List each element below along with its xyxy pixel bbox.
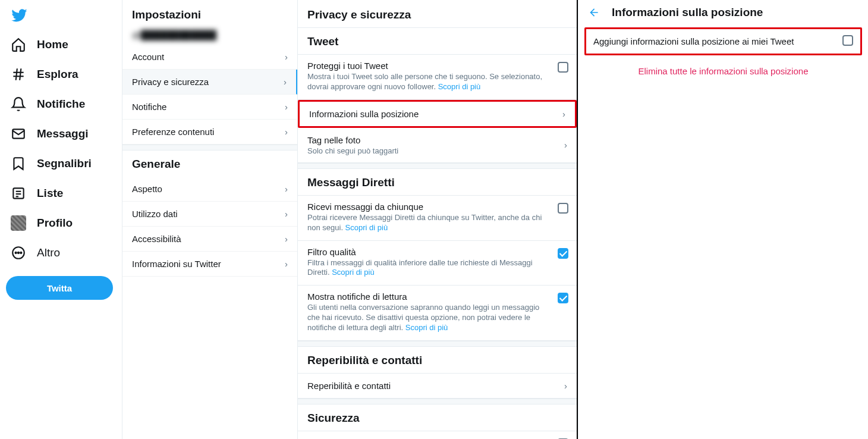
learn-more-link[interactable]: Scopri di più (438, 82, 481, 91)
tweet-button[interactable]: Twitta (6, 276, 113, 300)
chevron-right-icon: › (562, 109, 565, 119)
nav-more[interactable]: Altro (6, 238, 116, 268)
sensitive-content-item[interactable]: Mostra contenuti che potrebbero includer… (298, 431, 577, 439)
location-panel: Informazioni sulla posizione Aggiungi in… (578, 0, 868, 439)
home-icon (11, 37, 26, 52)
nav-explore[interactable]: Esplora (6, 59, 116, 89)
bookmark-icon (11, 156, 26, 171)
more-icon (11, 245, 26, 261)
settings-about[interactable]: Informazioni su Twitter› (122, 252, 297, 277)
back-button[interactable] (588, 7, 600, 18)
hash-icon (11, 67, 26, 82)
learn-more-link[interactable]: Scopri di più (405, 323, 448, 332)
settings-content-prefs[interactable]: Preferenze contenuti› (122, 120, 297, 145)
quality-filter-item[interactable]: Filtro qualità Filtra i messaggi di qual… (298, 241, 577, 286)
safety-section-title: Sicurezza (298, 404, 577, 431)
chevron-right-icon: › (564, 381, 567, 391)
settings-column: Impostazioni @████████████ Account› Priv… (122, 0, 297, 439)
discover-row-label: Reperibilità e contatti (307, 381, 391, 391)
nav-more-label: Altro (37, 246, 60, 259)
svg-point-11 (18, 252, 19, 253)
dm-section-title: Messaggi Diretti (298, 169, 577, 196)
svg-line-2 (16, 68, 17, 80)
chevron-right-icon: › (285, 184, 288, 194)
quality-filter-title: Filtro qualità (307, 247, 567, 257)
settings-username: @████████████ (122, 27, 297, 45)
settings-display[interactable]: Aspetto› (122, 177, 297, 202)
photo-tag-title: Tag nelle foto (307, 135, 398, 145)
settings-title: Impostazioni (122, 0, 297, 27)
spacer (122, 145, 297, 150)
primary-nav: Home Esplora Notifiche Messaggi Segnalib… (0, 0, 122, 439)
settings-notifications-label: Notifiche (132, 102, 166, 112)
nav-profile-label: Profilo (37, 217, 73, 230)
list-icon (11, 186, 26, 201)
protect-tweets-item[interactable]: Proteggi i tuoi Tweet Mostra i tuoi Twee… (298, 55, 577, 100)
settings-content-prefs-label: Preferenze contenuti (132, 127, 214, 137)
settings-privacy-label: Privacy e sicurezza (132, 77, 209, 87)
protect-tweets-title: Proteggi i tuoi Tweet (307, 61, 567, 71)
twitter-bird-icon (11, 7, 27, 24)
tweet-section-title: Tweet (298, 27, 577, 55)
protect-tweets-desc: Mostra i tuoi Tweet solo alle persone ch… (307, 72, 567, 92)
mail-icon (11, 126, 26, 142)
quality-filter-checkbox[interactable] (558, 248, 568, 261)
avatar-icon (11, 215, 26, 231)
photo-tag-sub: Solo chi segui può taggarti (307, 146, 398, 155)
dm-receive-desc: Potrai ricevere Messaggi Diretti da chiu… (307, 213, 567, 233)
twitter-logo[interactable] (6, 4, 116, 30)
chevron-right-icon: › (284, 77, 287, 87)
location-info-label: Informazioni sulla posizione (309, 109, 419, 119)
chevron-right-icon: › (285, 234, 288, 244)
svg-line-3 (20, 68, 21, 80)
nav-notifications[interactable]: Notifiche (6, 89, 116, 119)
svg-point-10 (15, 252, 17, 253)
spacer (298, 341, 577, 347)
nav-lists[interactable]: Liste (6, 178, 116, 208)
quality-filter-desc: Filtra i messaggi di qualità inferiore d… (307, 258, 567, 278)
nav-notifications-label: Notifiche (37, 98, 85, 111)
dm-receive-checkbox[interactable] (558, 203, 568, 215)
settings-accessibility[interactable]: Accessibilità› (122, 227, 297, 252)
location-info-row[interactable]: Informazioni sulla posizione › (298, 100, 577, 128)
delete-location-button[interactable]: Elimina tutte le informazioni sulla posi… (578, 55, 868, 87)
nav-bookmarks-label: Segnalibri (37, 157, 92, 170)
settings-privacy[interactable]: Privacy e sicurezza› (122, 70, 297, 95)
dm-receive-item[interactable]: Ricevi messaggi da chiunque Potrai ricev… (298, 196, 577, 241)
dm-receive-title: Ricevi messaggi da chiunque (307, 202, 567, 212)
discover-section-title: Reperibilità e contatti (298, 347, 577, 374)
add-location-label: Aggiungi informazioni sulla posizione ai… (593, 36, 794, 46)
learn-more-link[interactable]: Scopri di più (332, 268, 375, 277)
chevron-right-icon: › (285, 52, 288, 62)
svg-point-12 (20, 252, 21, 253)
add-location-checkbox[interactable] (842, 35, 853, 48)
chevron-right-icon: › (564, 140, 567, 150)
settings-notifications[interactable]: Notifiche› (122, 95, 297, 120)
arrow-left-icon (588, 7, 600, 18)
nav-explore-label: Esplora (37, 68, 78, 81)
read-receipts-checkbox[interactable] (558, 293, 568, 305)
nav-profile[interactable]: Profilo (6, 208, 116, 238)
settings-account[interactable]: Account› (122, 45, 297, 70)
read-receipts-title: Mostra notifiche di lettura (307, 291, 567, 302)
nav-messages-label: Messaggi (37, 127, 89, 140)
read-receipts-desc: Gli utenti nella conversazione sapranno … (307, 303, 567, 333)
settings-data-label: Utilizzo dati (132, 209, 178, 219)
add-location-option[interactable]: Aggiungi informazioni sulla posizione ai… (584, 27, 862, 55)
nav-home-label: Home (37, 38, 68, 51)
settings-account-label: Account (132, 52, 164, 62)
discover-row[interactable]: Reperibilità e contatti › (298, 374, 577, 399)
photo-tag-row[interactable]: Tag nelle foto Solo chi segui può taggar… (298, 128, 577, 163)
learn-more-link[interactable]: Scopri di più (345, 223, 388, 232)
read-receipts-item[interactable]: Mostra notifiche di lettura Gli utenti n… (298, 286, 577, 341)
settings-general-title: Generale (122, 150, 297, 177)
nav-home[interactable]: Home (6, 30, 116, 59)
spacer (298, 163, 577, 169)
settings-display-label: Aspetto (132, 184, 162, 194)
nav-messages[interactable]: Messaggi (6, 119, 116, 149)
nav-lists-label: Liste (37, 187, 63, 200)
bell-icon (11, 96, 26, 112)
protect-tweets-checkbox[interactable] (558, 62, 568, 74)
settings-data[interactable]: Utilizzo dati› (122, 202, 297, 227)
nav-bookmarks[interactable]: Segnalibri (6, 149, 116, 178)
